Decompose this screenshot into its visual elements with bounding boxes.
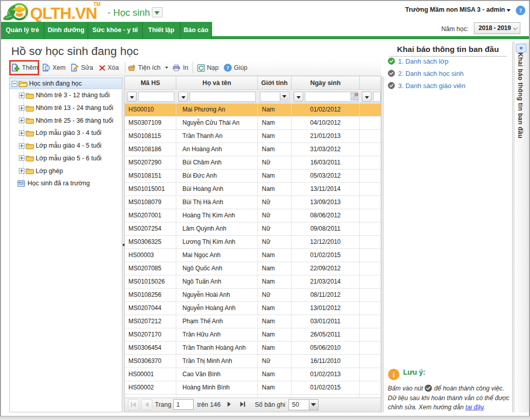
svg-text:i: i — [392, 371, 394, 379]
svg-text:?: ? — [519, 7, 522, 14]
svg-text:?: ? — [226, 65, 229, 71]
